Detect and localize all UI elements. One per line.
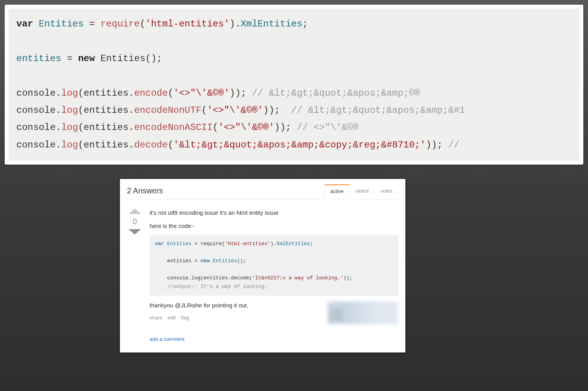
fn-require: require (100, 19, 140, 29)
answers-card: 2 Answers active oldest votes 0 it's not… (120, 179, 405, 352)
id-entities: Entities (33, 19, 89, 29)
top-code-card: var Entities = require('html-entities').… (5, 5, 583, 165)
answer-content: it's not utf8 encoding issue it's an htm… (150, 209, 398, 343)
answers-title: 2 Answers (127, 186, 163, 195)
answer-body: 0 it's not utf8 encoding issue it's an h… (127, 200, 398, 343)
kw-var: var (16, 19, 33, 29)
answer-line-1: it's not utf8 encoding issue it's an htm… (150, 209, 398, 217)
answers-header: 2 Answers active oldest votes (127, 184, 398, 200)
comment: // <>"\'&©® (297, 122, 358, 133)
str-module: 'html-entities' (145, 19, 229, 29)
edit-link[interactable]: edit (167, 315, 176, 321)
flag-link[interactable]: flag (181, 315, 189, 321)
tab-votes[interactable]: votes (375, 184, 398, 197)
comment: // &lt;&gt;&quot;&apos;&amp;&#1 (291, 105, 465, 116)
comment: // &lt;&gt;&quot;&apos;&amp;©® (252, 88, 420, 98)
sort-tabs: active oldest votes (324, 184, 398, 197)
kw-new: new (78, 53, 95, 64)
share-link[interactable]: share (150, 315, 162, 321)
downvote-icon[interactable] (129, 229, 141, 235)
answer-line-2: here is the code:- (150, 222, 398, 230)
upvote-icon[interactable] (129, 209, 141, 214)
tab-active[interactable]: active (324, 184, 349, 198)
add-comment-link[interactable]: add a comment (150, 336, 185, 343)
tab-oldest[interactable]: oldest (349, 184, 375, 197)
vote-count: 0 (132, 217, 137, 226)
top-code-block: var Entities = require('html-entities').… (9, 9, 579, 161)
output-comment: //output:- It's a way of looking. (155, 284, 268, 289)
comment: // (448, 140, 459, 150)
user-card-blurred (327, 302, 398, 324)
vote-controls: 0 (127, 209, 143, 343)
answer-code-block: var Entities = require('html-entities').… (150, 235, 398, 296)
